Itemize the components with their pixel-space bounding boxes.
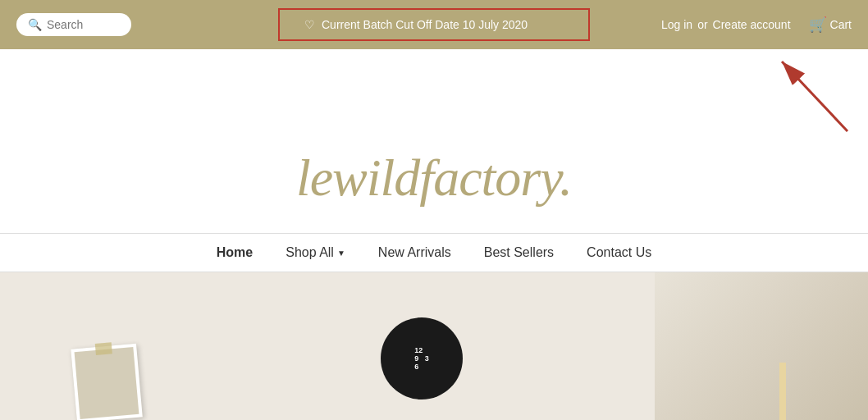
svg-line-1 [782,62,847,131]
hero-left-panel [0,272,189,420]
search-box[interactable]: 🔍 [16,13,131,36]
hero-right-panel [655,272,868,420]
search-icon: 🔍 [28,18,42,31]
nav-item-home[interactable]: Home [217,245,253,260]
nav-item-contact-us[interactable]: Contact Us [587,245,651,260]
cart-icon: 🛒 [809,16,827,34]
polaroid-image [71,344,143,420]
clock-decoration: 129 36 [381,317,463,399]
arrow-annotation [0,49,868,139]
cart-label: Cart [830,18,852,31]
login-link[interactable]: Log in [661,18,692,31]
tape-decoration [95,342,112,355]
announcement-banner: ♡ Current Batch Cut Off Date 10 July 202… [278,8,590,41]
nav-item-shop-all[interactable]: Shop All ▼ [286,245,345,260]
cart-container[interactable]: 🛒 Cart [809,16,852,34]
search-container: 🔍 [16,13,131,36]
announcement-text: Current Batch Cut Off Date 10 July 2020 [322,18,528,31]
chevron-down-icon: ▼ [337,249,345,258]
brand-name: lewildfactory. [296,148,572,208]
create-account-link[interactable]: Create account [713,18,791,31]
or-separator: or [697,18,707,31]
nav-item-best-sellers[interactable]: Best Sellers [484,245,554,260]
nav-item-new-arrivals[interactable]: New Arrivals [378,245,451,260]
header-bar: 🔍 ♡ Current Batch Cut Off Date 10 July 2… [0,0,868,49]
clock-face: 129 36 [414,346,429,371]
brand-section: lewildfactory. [0,139,868,233]
annotation-arrow [704,49,868,139]
hero-middle-panel: 129 36 [189,272,655,420]
candle-decoration [779,363,786,420]
header-right: Log in or Create account 🛒 Cart [661,16,852,34]
nav-label-shop-all: Shop All [286,245,334,260]
heart-icon: ♡ [304,18,315,31]
search-input[interactable] [47,18,120,31]
nav-bar: Home Shop All ▼ New Arrivals Best Seller… [0,234,868,272]
hero-section: 129 36 [0,272,868,420]
